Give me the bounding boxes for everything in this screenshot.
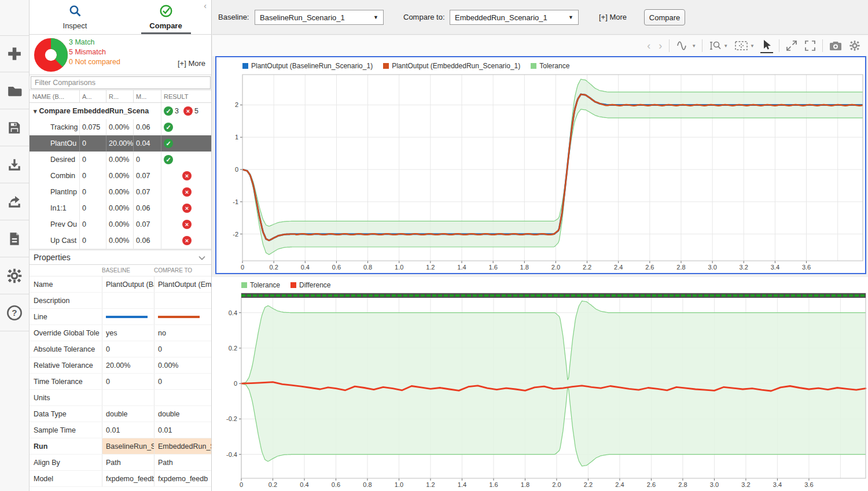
svg-text:2.4: 2.4 [615, 481, 624, 488]
property-compare-value: 0.00% [154, 357, 211, 373]
import-button[interactable] [0, 146, 29, 183]
gear-icon [6, 268, 23, 284]
help-icon: ? [6, 305, 23, 321]
svg-text:-2: -2 [233, 231, 238, 238]
svg-text:0.8: 0.8 [363, 481, 372, 488]
property-compare-value [154, 390, 211, 405]
property-baseline-value: Path [102, 455, 154, 470]
divider [669, 39, 670, 52]
comparison-row[interactable]: PlantOu020.00%0.04✓ [30, 135, 211, 152]
tab-compare[interactable]: Compare [120, 0, 211, 34]
comparison-row[interactable]: Combin00.00%0.07× [30, 168, 211, 184]
comparison-row[interactable]: Tracking0.0750.00%0.06✓ [30, 119, 211, 135]
svg-text:0: 0 [241, 264, 244, 271]
svg-text:2: 2 [235, 101, 238, 108]
zoom-x-icon[interactable]: ▼ [708, 39, 728, 52]
summary-more-button[interactable]: [+] More [178, 59, 205, 68]
comparison-row[interactable]: Prev Ou00.00%0.07× [30, 216, 211, 232]
col-result[interactable]: RESULT [161, 90, 211, 102]
comparison-header-bar: Baseline: BaselineRun_Scenario_1 ▼ Compa… [212, 0, 868, 35]
difference-plot[interactable]: Tolerance Difference 00.20.40.60.81.01.2… [212, 277, 868, 491]
nav-back-icon[interactable]: ‹ [646, 40, 652, 51]
nav-forward-icon[interactable]: › [657, 40, 663, 51]
properties-rows: NamePlantOutput (BaselineRun_Scenario_1)… [30, 276, 211, 487]
property-label: Line [30, 309, 102, 324]
open-button[interactable] [0, 72, 29, 109]
add-button[interactable] [0, 35, 29, 72]
comparison-row[interactable]: PlantInp00.00%0.07× [30, 184, 211, 200]
svg-text:0.6: 0.6 [332, 264, 341, 271]
cursor-icon[interactable] [760, 39, 773, 53]
collapse-panel-icon[interactable]: ‹ [204, 1, 207, 10]
property-compare-value: fxpdemo_feedb [154, 471, 211, 486]
check-circle-icon [159, 4, 173, 20]
divider [702, 39, 703, 52]
tab-inspect[interactable]: Inspect [30, 0, 120, 34]
property-row: NamePlantOutput (BaselineRun_Scenario_1)… [30, 276, 211, 293]
svg-text:3.4: 3.4 [771, 264, 779, 271]
caret-down-icon[interactable]: ▾ [34, 108, 37, 115]
divider [779, 39, 779, 52]
dropdown-arrow-icon: ▼ [373, 14, 378, 20]
property-baseline-value: PlantOutput (BaselineRun_Scenario_1) [102, 276, 154, 292]
save-button[interactable] [0, 109, 29, 146]
property-compare-value: no [154, 325, 211, 341]
comparison-plot[interactable]: PlantOutput (BaselineRun_Scenario_1) Pla… [215, 56, 866, 274]
svg-text:1.6: 1.6 [489, 481, 498, 488]
match-count: 3 Match [69, 38, 94, 46]
fit-to-view-icon[interactable]: ▼ [734, 39, 755, 52]
svg-text:1.4: 1.4 [458, 481, 466, 488]
col-max-diff[interactable]: M... [133, 90, 161, 102]
tolerance-swatch [241, 282, 247, 288]
header-more-button[interactable]: [+] More [599, 13, 627, 21]
chart-toolbar: ‹ › ▼ ▼ ▼ [212, 35, 868, 56]
properties-header[interactable]: Properties [30, 249, 211, 265]
comparison-row[interactable]: In1:100.00%0.06× [30, 200, 211, 216]
col-rel-tol[interactable]: R... [106, 90, 133, 102]
report-button[interactable] [0, 220, 29, 257]
settings-button[interactable] [0, 257, 29, 294]
left-app-toolbar: ? [0, 0, 30, 491]
svg-text:0: 0 [234, 380, 237, 387]
chevron-down-icon [198, 256, 205, 260]
col-name[interactable]: NAME (B... [30, 90, 79, 102]
fullscreen-icon[interactable] [804, 39, 816, 52]
camera-icon[interactable] [829, 39, 843, 52]
help-button[interactable]: ? [0, 294, 29, 331]
expand-icon[interactable] [785, 39, 798, 52]
signal-wave-icon[interactable]: ▼ [675, 39, 696, 52]
comparison-plot-legend: PlantOutput (BaselineRun_Scenario_1) Pla… [242, 62, 569, 70]
property-label: Absolute Tolerance [30, 341, 102, 357]
property-label: Time Tolerance [30, 374, 102, 389]
panel-tabs: Inspect Compare ‹ [30, 0, 211, 35]
comparison-plot-canvas[interactable]: 00.20.40.60.81.01.21.41.61.82.02.22.42.6… [216, 57, 865, 273]
tab-inspect-label: Inspect [63, 21, 87, 30]
export-button[interactable] [0, 183, 29, 220]
not-compared-count: 0 Not compared [69, 58, 120, 66]
property-row: Modelfxpdemo_feedbfxpdemo_feedb [30, 471, 211, 487]
difference-label: Difference [299, 281, 330, 289]
comparison-row[interactable]: Up Cast00.00%0.06× [30, 232, 211, 249]
property-compare-value: 0.01 [154, 422, 211, 438]
svg-text:3.2: 3.2 [741, 481, 750, 488]
filter-comparisons-input[interactable] [31, 76, 211, 89]
comparison-row[interactable]: Desired00.00%0✓ [30, 152, 211, 168]
property-baseline-value: 0 [102, 374, 154, 389]
difference-plot-canvas[interactable]: 00.20.40.60.81.01.21.41.61.82.02.22.42.6… [212, 277, 868, 491]
svg-text:0.8: 0.8 [363, 264, 372, 271]
gear-icon[interactable] [848, 39, 861, 52]
mismatch-cross-icon: × [182, 204, 192, 213]
svg-text:0.2: 0.2 [229, 345, 237, 352]
compare-to-select[interactable]: EmbeddedRun_Scenario_1 ▼ [450, 10, 579, 25]
svg-text:0.4: 0.4 [300, 481, 308, 488]
compare-button[interactable]: Compare [644, 9, 685, 25]
comparison-table-header: NAME (B... A... R... M... RESULT [30, 90, 211, 103]
left-panel: Inspect Compare ‹ 3 Match 5 Mismatch 0 N… [30, 0, 212, 491]
svg-text:1: 1 [235, 134, 238, 141]
col-abs-tol[interactable]: A... [79, 90, 106, 102]
svg-text:0.2: 0.2 [269, 481, 277, 488]
baseline-select[interactable]: BaselineRun_Scenario_1 ▼ [255, 10, 384, 25]
property-row: Data Typedoubledouble [30, 406, 211, 422]
comparison-group-row[interactable]: ▾Compare EmbeddedRun_Scena✓3×5 [30, 103, 211, 119]
property-compare-value: 0 [154, 374, 211, 389]
